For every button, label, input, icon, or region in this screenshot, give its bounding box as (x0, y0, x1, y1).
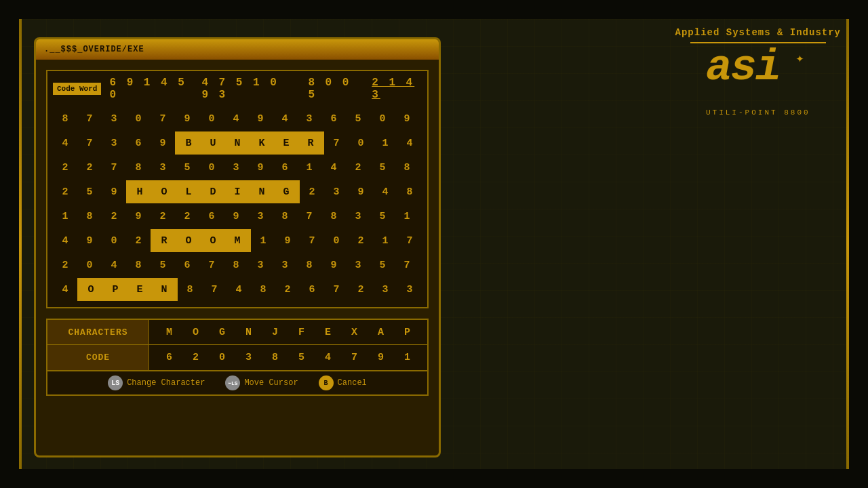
bottom-bar (0, 469, 868, 488)
grid-row-2: 4 7 3 6 9 B U N K E R 7 0 1 4 (53, 131, 422, 155)
holding-word-box: H O L D I N G (126, 180, 300, 203)
code-word-group2: 4 7 5 1 0 9 3 (201, 77, 294, 101)
change-char-label: Change Character (127, 378, 205, 388)
change-char-control: LS Change Character (108, 375, 205, 390)
code-word-group1: 6 9 1 4 5 0 (109, 77, 188, 101)
b-button[interactable]: B (319, 375, 334, 390)
ls-button-move[interactable]: ⬅LS (225, 375, 240, 390)
characters-label: CHARACTERS (47, 320, 149, 344)
cancel-control: B Cancel (319, 375, 367, 390)
ls-button-change[interactable]: LS (108, 375, 123, 390)
asi-logo: asi (675, 46, 811, 89)
left-bar (0, 0, 19, 488)
bottom-section: CHARACTERS M O G N J F E X A P CODE 6 2 … (46, 319, 429, 371)
code-word-group3: 8 0 0 5 (308, 77, 358, 101)
grid-row-3: 2 2 7 8 3 5 0 3 9 6 1 4 2 5 8 (53, 155, 422, 180)
code-word-group4: 2 1 4 3 (372, 77, 422, 101)
company-name: Applied Systems & Industry (675, 27, 841, 38)
move-cursor-control: ⬅LS Move Cursor (225, 375, 298, 390)
gold-line-right (846, 19, 849, 469)
code-values: 6 2 0 3 8 5 4 7 9 1 (149, 352, 427, 363)
move-cursor-label: Move Cursor (244, 378, 298, 388)
grid-container: Code Word 6 9 1 4 5 0 4 7 5 1 0 9 3 8 0 … (46, 70, 429, 308)
grid-row-4: 2 5 9 H O L D I N G 2 3 9 4 8 (53, 180, 422, 204)
cancel-label: Cancel (338, 378, 367, 388)
bunker-word-box: B U N K E R (175, 131, 324, 155)
grid-row-8: 4 O P E N 8 7 4 8 2 6 7 2 3 3 (53, 277, 422, 302)
asi-subtitle: UTILI-POINT 8800 (675, 108, 841, 117)
grid-row-7: 2 0 4 8 5 6 7 8 3 3 8 9 3 5 7 (53, 253, 422, 277)
controls-bar: LS Change Character ⬅LS Move Cursor B Ca… (46, 371, 429, 396)
room-word-box: R O O M (151, 229, 251, 252)
open-word-box: O P E N (77, 278, 178, 301)
code-row: CODE 6 2 0 3 8 5 4 7 9 1 (47, 344, 427, 370)
terminal-screen: .__$$$_OVERIDE/EXE Code Word 6 9 1 4 5 0… (34, 37, 441, 458)
code-word-row: Code Word 6 9 1 4 5 0 4 7 5 1 0 9 3 8 0 … (53, 77, 422, 101)
grid-row-6: 4 9 0 2 R O O M 1 9 7 0 2 1 7 (53, 228, 422, 253)
asi-logo-container: asi ✦ (675, 46, 811, 107)
grid-row-1: 8 7 3 0 7 9 0 4 9 4 3 6 5 0 9 (53, 106, 422, 131)
characters-row: CHARACTERS M O G N J F E X A P (47, 319, 427, 344)
code-label: CODE (47, 345, 149, 370)
grid-row-5: 1 8 2 9 2 2 6 9 3 8 7 8 3 5 1 (53, 204, 422, 228)
top-bar (0, 0, 868, 19)
right-bar (849, 0, 868, 488)
code-word-label: Code Word (53, 83, 101, 95)
characters-values: M O G N J F E X A P (149, 327, 427, 338)
terminal-title: .__$$$_OVERIDE/EXE (44, 45, 144, 54)
gold-line-left (19, 19, 22, 469)
terminal-titlebar: .__$$$_OVERIDE/EXE (36, 39, 439, 60)
asi-panel: Applied Systems & Industry asi ✦ UTILI-P… (675, 27, 841, 117)
asi-star-icon: ✦ (796, 49, 804, 66)
